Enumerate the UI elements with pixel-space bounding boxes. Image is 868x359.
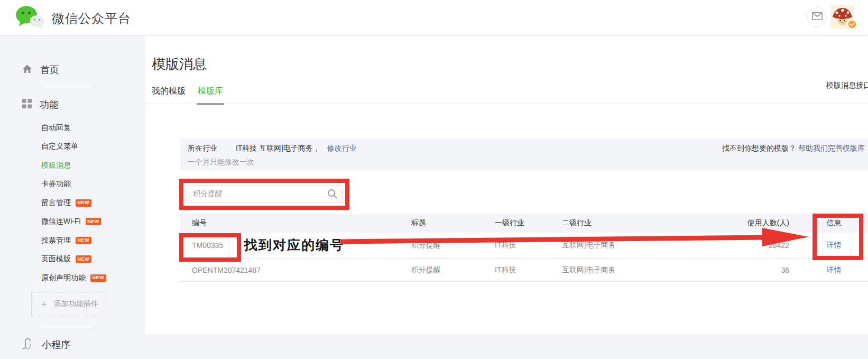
col-header-industry2: 二级行业 (562, 218, 737, 228)
col-header-users: 使用人数(人) (737, 218, 800, 228)
mini-program-icon (21, 337, 34, 352)
add-plugin-label: 添加功能插件 (54, 299, 98, 309)
table-header-row: 编号 标题 一级行业 二级行业 使用人数(人) 信息 (180, 214, 868, 233)
col-header-info: 信息 (800, 218, 868, 228)
page-title: 模版消息 (152, 55, 207, 73)
sidebar-item-home[interactable]: 首页 (22, 63, 59, 76)
sidebar-item-card-coupon[interactable]: 卡券功能 (41, 175, 136, 194)
platform-title: 微信公众平台 (52, 10, 131, 27)
mail-button[interactable] (807, 7, 827, 27)
sidebar-divider (40, 87, 95, 87)
industry-note: 一个月只能修改一次 (188, 158, 254, 167)
sidebar-item-template-message[interactable]: 模板消息 (41, 156, 136, 175)
col-header-title: 标题 (411, 218, 495, 228)
cell-template-title: 积分提醒 (411, 265, 495, 275)
platform-logo-link[interactable]: 微信公众平台 (15, 5, 131, 32)
cell-template-id: OPENTM207421487 (180, 266, 411, 274)
cell-user-count: 28422 (737, 241, 800, 250)
user-avatar[interactable] (830, 5, 854, 29)
plus-icon: ＋ (39, 298, 49, 310)
col-header-industry1: 一级行业 (495, 218, 562, 228)
cell-industry1: IT科技 (495, 265, 562, 275)
template-search (186, 185, 343, 203)
new-badge: NEW (90, 274, 106, 282)
improve-library-link[interactable]: 帮助我们完善模版库 (798, 144, 865, 152)
modify-industry-link[interactable]: 修改行业 (327, 144, 357, 152)
sidebar-item-original-statement[interactable]: 原创声明功能NEW (41, 269, 136, 288)
sidebar-item-comment-management[interactable]: 留言管理NEW (41, 194, 136, 213)
cell-template-title: 积分提醒 (411, 241, 495, 250)
table-row: OPENTM207421487 积分提醒 IT科技 互联网|电子商务 36 详情 (180, 259, 868, 282)
sidebar-divider (41, 328, 96, 328)
cell-industry1: IT科技 (495, 241, 562, 250)
col-header-id: 编号 (180, 218, 411, 228)
sidebar-item-mini-program[interactable]: 小程序 (21, 337, 70, 352)
sidebar-item-page-template[interactable]: 页面模版NEW (41, 250, 136, 269)
cell-user-count: 36 (737, 266, 800, 274)
grid-icon (22, 99, 32, 111)
wechat-logo-icon (15, 5, 45, 32)
sidebar-home-label: 首页 (40, 63, 59, 76)
cell-industry2: 互联网|电子商务 (562, 265, 737, 275)
template-feedback: 找不到你想要的模版？ 帮助我们完善模版库 (722, 144, 865, 153)
new-badge: NEW (86, 218, 101, 225)
detail-link[interactable]: 详情 (827, 241, 842, 249)
sidebar-item-custom-menu[interactable]: 自定义菜单 (41, 137, 136, 157)
industry-info-bar: 所在行业 IT科技 互联网|电子商务， 修改行业 一个月只能修改一次 找不到你想… (180, 139, 868, 171)
sidebar-item-wechat-wifi[interactable]: 微信连Wi-FiNEW (41, 213, 136, 232)
industry-line: 所在行业 IT科技 互联网|电子商务， 修改行业 (188, 144, 357, 153)
feedback-question-text: 找不到你想要的模版？ (722, 144, 796, 152)
verified-check-icon (847, 20, 857, 31)
wechat-mp-template-library-page: 微信公众平台 (0, 0, 868, 359)
sidebar-features-label: 功能 (40, 98, 59, 111)
search-input[interactable] (186, 185, 343, 203)
sidebar-item-vote-management[interactable]: 投票管理NEW (41, 231, 136, 250)
add-plugin-button[interactable]: ＋ 添加功能插件 (31, 292, 106, 316)
cell-industry2: 互联网|电子商务 (562, 241, 737, 250)
top-header-bar: 微信公众平台 (0, 0, 868, 35)
search-icon[interactable] (327, 189, 337, 201)
new-badge: NEW (76, 199, 91, 207)
header-actions (807, 7, 827, 27)
annotation-note: 找到对应的编号 (244, 236, 344, 254)
tabs-divider (145, 104, 868, 104)
template-message-api-link[interactable]: 模版消息接口 (826, 81, 868, 90)
new-badge: NEW (76, 237, 91, 244)
sidebar-submenu: 自动回复 自定义菜单 模板消息 卡券功能 留言管理NEW 微信连Wi-FiNEW… (41, 118, 136, 288)
new-badge: NEW (76, 255, 91, 263)
detail-link[interactable]: 详情 (827, 265, 842, 274)
envelope-icon (812, 12, 823, 22)
tab-my-templates[interactable]: 我的模版 (152, 86, 186, 97)
sidebar-item-auto-reply[interactable]: 自动回复 (41, 118, 136, 137)
home-icon (22, 64, 32, 76)
industry-value: IT科技 互联网|电子商务， (236, 144, 320, 152)
sidebar-item-features[interactable]: 功能 (22, 98, 59, 111)
tab-template-library[interactable]: 模版库 (198, 86, 223, 97)
industry-label: 所在行业 (188, 144, 217, 152)
mini-program-label: 小程序 (42, 338, 70, 351)
